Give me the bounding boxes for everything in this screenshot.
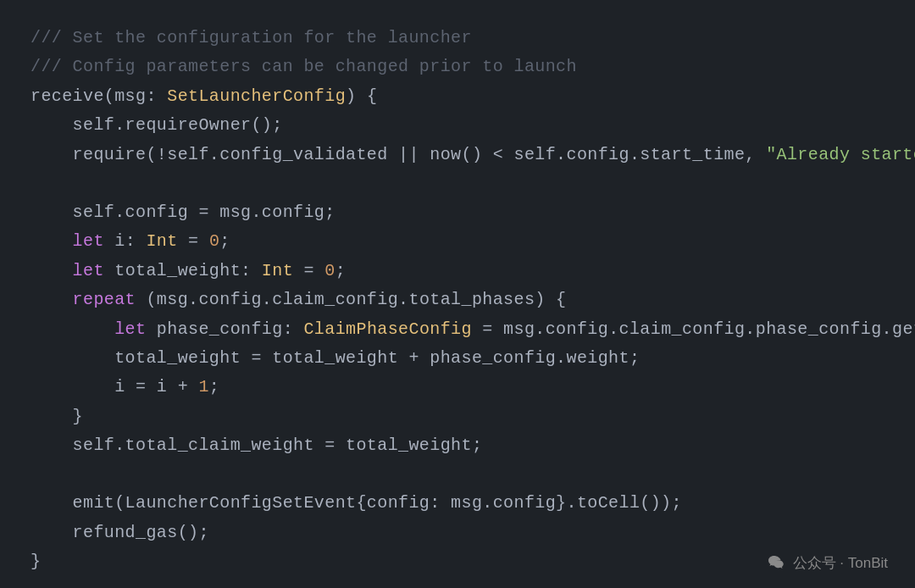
code-line-2: /// Config parameters can be changed pri… — [30, 53, 884, 81]
wechat-icon — [766, 552, 786, 573]
code-line-13: i = i + 1; — [30, 373, 884, 402]
code-line-4: self.requireOwner(); — [30, 111, 884, 140]
watermark: 公众号 · TonBit — [766, 552, 888, 573]
code-line-15: self.total_claim_weight = total_weight; — [30, 431, 884, 460]
code-line-5: require(!self.config_validated || now() … — [30, 141, 884, 169]
code-line-7: self.config = msg.config; — [30, 198, 884, 227]
code-line-11: let phase_config: ClaimPhaseConfig = msg… — [30, 315, 884, 344]
code-line-8: let i: Int = 0; — [30, 227, 884, 256]
code-container: /// Set the configuration for the launch… — [0, 0, 915, 588]
code-line-14: } — [30, 402, 884, 431]
code-line-10: repeat (msg.config.claim_config.total_ph… — [30, 286, 884, 314]
code-line-18: refund_gas(); — [30, 519, 884, 547]
code-line-1: /// Set the configuration for the launch… — [30, 24, 884, 53]
code-line-3: receive(msg: SetLauncherConfig) { — [30, 82, 884, 111]
code-line-17: emit(LauncherConfigSetEvent{config: msg.… — [30, 489, 884, 518]
watermark-label: 公众号 · TonBit — [793, 553, 888, 573]
code-line-19: } — [30, 547, 884, 576]
code-line-9: let total_weight: Int = 0; — [30, 257, 884, 286]
blank-line-1 — [30, 169, 884, 198]
blank-line-2 — [30, 460, 884, 489]
code-line-12: total_weight = total_weight + phase_conf… — [30, 344, 884, 373]
